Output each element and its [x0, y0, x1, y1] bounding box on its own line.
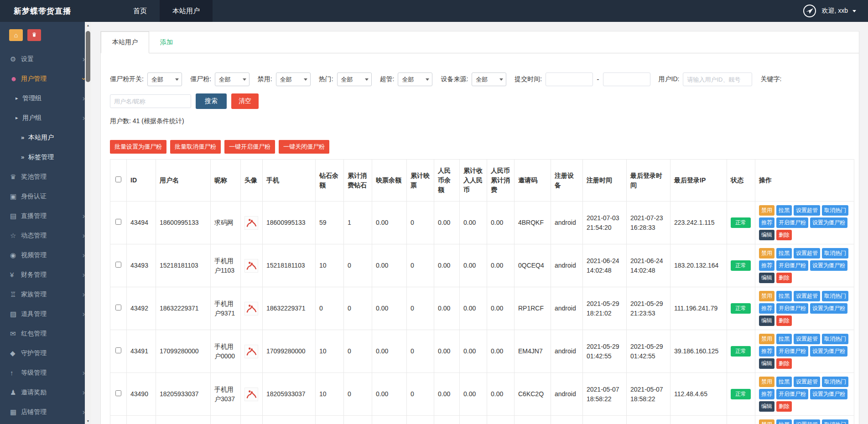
sidebar-item-user-group[interactable]: ▸用户组›: [0, 108, 91, 128]
search-button[interactable]: 搜索: [196, 93, 227, 109]
disable-button[interactable]: 禁用: [759, 419, 774, 424]
sidebar-item-video-management[interactable]: ◉视频管理›: [0, 245, 91, 265]
sidebar-item-shop-management[interactable]: ▦店铺管理›: [0, 402, 91, 422]
cancel-hot-button[interactable]: 取消热门: [822, 205, 848, 216]
recommend-button[interactable]: 推荐: [759, 217, 774, 228]
delete-button[interactable]: 删除: [776, 401, 792, 412]
cancel-hot-button[interactable]: 取消热门: [822, 419, 848, 424]
user-menu[interactable]: 欢迎, xxb: [802, 0, 868, 22]
scroll-down-icon[interactable]: ▼: [85, 418, 91, 424]
delete-button[interactable]: 删除: [776, 315, 792, 326]
sidebar-item-live-management[interactable]: ▤直播管理›: [0, 206, 91, 226]
disable-button[interactable]: 禁用: [759, 334, 774, 344]
sidebar-item-feed-management[interactable]: ☆动态管理›: [0, 226, 91, 245]
set-superadmin-button[interactable]: 设置超管: [794, 334, 820, 344]
edit-button[interactable]: 编辑: [759, 358, 774, 369]
sidebar-item-props-management[interactable]: ▨道具管理›: [0, 304, 91, 324]
sidebar-item-prize-pool[interactable]: ♛奖池管理: [0, 167, 91, 186]
edit-button[interactable]: 编辑: [759, 230, 774, 240]
hot-filter-select[interactable]: 全部: [337, 72, 372, 86]
zombie-fan-select[interactable]: 全部: [215, 72, 249, 86]
enable-zombie-fan-button[interactable]: 开启僵尸粉: [776, 303, 808, 314]
enable-zombie-fan-button[interactable]: 开启僵尸粉: [776, 346, 808, 357]
row-checkbox[interactable]: [115, 305, 121, 310]
sidebar-item-tag-management[interactable]: »标签管理: [0, 147, 91, 167]
cancel-hot-button[interactable]: 取消热门: [822, 291, 848, 301]
set-zombie-fan-button[interactable]: 设置为僵尸粉: [810, 260, 847, 271]
clear-button[interactable]: 清空: [231, 93, 259, 109]
set-zombie-fan-button[interactable]: 设置为僵尸粉: [810, 303, 847, 314]
select-all-checkbox[interactable]: [115, 176, 121, 182]
sidebar-item-user-management[interactable]: ☻用户管理›: [0, 69, 91, 88]
set-superadmin-button[interactable]: 设置超管: [794, 377, 820, 387]
set-superadmin-button[interactable]: 设置超管: [794, 248, 820, 259]
enable-zombie-fan-button[interactable]: 开启僵尸粉: [776, 217, 808, 228]
delete-button[interactable]: 删除: [776, 273, 792, 283]
blacklist-button[interactable]: 拉黑: [776, 291, 792, 301]
device-source-select[interactable]: 全部: [472, 72, 506, 86]
sidebar-item-family-management[interactable]: ♖家族管理›: [0, 284, 91, 304]
tab-add[interactable]: 添加: [149, 32, 184, 53]
recommend-button[interactable]: 推荐: [759, 346, 774, 357]
sidebar-item-level-management[interactable]: ↑等级管理›: [0, 363, 91, 383]
sidebar-item-guardian-management[interactable]: ◆守护管理: [0, 343, 91, 363]
sidebar-item-red-packet-management[interactable]: ✉红包管理: [0, 324, 91, 343]
sidebar-scrollbar[interactable]: ▲ ▼: [85, 22, 91, 424]
cancel-hot-button[interactable]: 取消热门: [822, 248, 848, 259]
row-checkbox[interactable]: [115, 347, 121, 353]
recommend-button[interactable]: 推荐: [759, 303, 774, 314]
home-button[interactable]: ⌂: [9, 29, 23, 41]
recommend-button[interactable]: 推荐: [759, 389, 774, 399]
sidebar-item-finance-management[interactable]: ¥财务管理›: [0, 265, 91, 284]
blacklist-button[interactable]: 拉黑: [776, 334, 792, 344]
sidebar-item-settings[interactable]: ⚙设置›: [0, 49, 91, 69]
set-zombie-fan-button[interactable]: 设置为僵尸粉: [810, 346, 847, 357]
row-checkbox[interactable]: [115, 390, 121, 396]
set-zombie-fan-button[interactable]: 设置为僵尸粉: [810, 217, 847, 228]
top-nav-home[interactable]: 首页: [120, 0, 160, 22]
blacklist-button[interactable]: 拉黑: [776, 205, 792, 216]
set-superadmin-button[interactable]: 设置超管: [794, 291, 820, 301]
edit-button[interactable]: 编辑: [759, 273, 774, 283]
batch-button-3[interactable]: 一键开启僵尸粉: [224, 140, 275, 154]
edit-button[interactable]: 编辑: [759, 315, 774, 326]
disable-button[interactable]: 禁用: [759, 377, 774, 387]
enable-zombie-fan-button[interactable]: 开启僵尸粉: [776, 389, 808, 399]
top-nav-site-users[interactable]: 本站用户: [160, 0, 213, 22]
zombie-fan-switch-select[interactable]: 全部: [147, 72, 182, 86]
trash-button[interactable]: [27, 29, 41, 41]
blacklist-button[interactable]: 拉黑: [776, 248, 792, 259]
recommend-button[interactable]: 推荐: [759, 260, 774, 271]
disable-button[interactable]: 禁用: [759, 248, 774, 259]
keyword-input[interactable]: [110, 94, 191, 108]
time-end-input[interactable]: [603, 72, 650, 86]
cancel-hot-button[interactable]: 取消热门: [822, 377, 848, 387]
sidebar-item-invite-reward[interactable]: ♟邀请奖励›: [0, 383, 91, 402]
globe-plane-icon[interactable]: [802, 4, 817, 18]
cancel-hot-button[interactable]: 取消热门: [822, 334, 848, 344]
edit-button[interactable]: 编辑: [759, 401, 774, 412]
batch-button-4[interactable]: 一键关闭僵尸粉: [279, 140, 329, 154]
disable-button[interactable]: 禁用: [759, 205, 774, 216]
time-start-input[interactable]: [546, 72, 593, 86]
blacklist-button[interactable]: 拉黑: [776, 377, 792, 387]
enable-zombie-fan-button[interactable]: 开启僵尸粉: [776, 260, 808, 271]
batch-button-2[interactable]: 批量取消僵尸粉: [170, 140, 221, 154]
sidebar-item-admin-group[interactable]: ▸管理组›: [0, 88, 91, 108]
set-superadmin-button[interactable]: 设置超管: [794, 419, 820, 424]
delete-button[interactable]: 删除: [776, 230, 792, 240]
delete-button[interactable]: 删除: [776, 358, 792, 369]
superadmin-filter-select[interactable]: 全部: [398, 72, 432, 86]
disabled-filter-select[interactable]: 全部: [276, 72, 311, 86]
sidebar-item-site-users[interactable]: »本站用户: [0, 128, 91, 147]
row-checkbox[interactable]: [115, 219, 121, 225]
sidebar-item-identity-auth[interactable]: ▣身份认证: [0, 186, 91, 206]
user-id-input[interactable]: [683, 72, 752, 86]
row-checkbox[interactable]: [115, 262, 121, 268]
set-superadmin-button[interactable]: 设置超管: [794, 205, 820, 216]
blacklist-button[interactable]: 拉黑: [776, 419, 792, 424]
batch-button-1[interactable]: 批量设置为僵尸粉: [110, 140, 166, 154]
tab-site-users[interactable]: 本站用户: [101, 31, 149, 53]
disable-button[interactable]: 禁用: [759, 291, 774, 301]
scrollbar-thumb[interactable]: [86, 31, 90, 82]
